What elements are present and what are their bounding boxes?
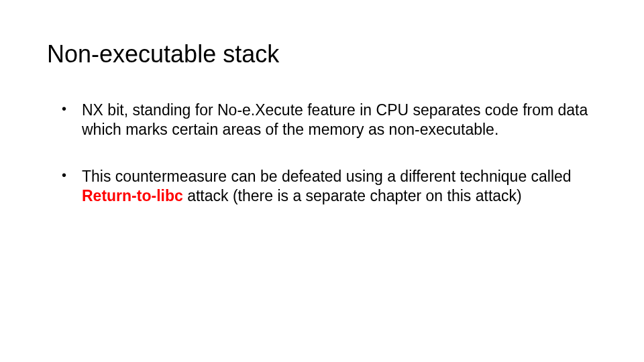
text-emphasis: Return-to-libc [82, 187, 183, 204]
bullet-item: NX bit, standing for No-e.Xecute feature… [62, 101, 597, 140]
bullet-item: This countermeasure can be defeated usin… [62, 167, 597, 206]
text-run: This countermeasure can be defeated usin… [82, 168, 572, 185]
text-run: attack (there is a separate chapter on t… [183, 187, 522, 204]
slide-title: Non-executable stack [47, 40, 597, 68]
text-run: NX bit, standing for No-e.Xecute feature… [82, 101, 588, 138]
bullet-list: NX bit, standing for No-e.Xecute feature… [47, 101, 597, 206]
